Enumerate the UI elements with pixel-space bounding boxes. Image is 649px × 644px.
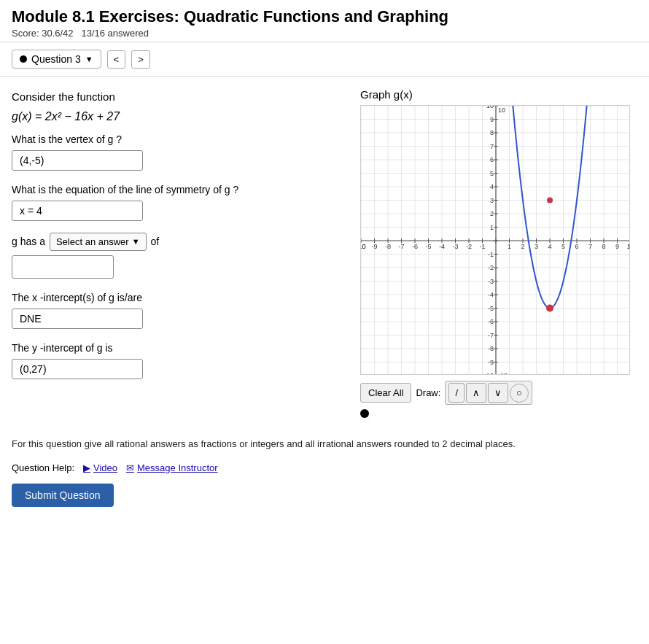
page-header: Module 8.1 Exercises: Quadratic Function…: [0, 0, 649, 42]
prev-button[interactable]: <: [107, 50, 126, 69]
y-intercept-block: The y -intercept of g is (0,27): [12, 341, 346, 379]
question-label: Question 3: [31, 53, 81, 65]
draw-label: Draw:: [416, 387, 440, 398]
message-icon: ✉: [126, 462, 134, 473]
x-intercept-block: The x -intercept(s) of g is/are DNE: [12, 290, 346, 329]
has-a-block: g has a Select an answer ▼ of: [12, 233, 346, 279]
video-link[interactable]: ▶ Video: [83, 462, 117, 473]
function-display: g(x) = 2x² − 16x + 27: [12, 107, 346, 126]
y-intercept-label: The y -intercept of g is: [12, 341, 346, 356]
has-a-row: g has a Select an answer ▼ of: [12, 233, 346, 251]
draw-line-tool[interactable]: /: [448, 383, 465, 403]
consider-text: Consider the function: [12, 88, 346, 106]
footer-note: For this question give all rational answ…: [0, 430, 649, 459]
draw-check-tool[interactable]: ∨: [488, 383, 508, 403]
symmetry-question-label: What is the equation of the line of symm…: [12, 182, 346, 198]
vertex-question-label: What is the vertex of g ?: [12, 132, 346, 147]
question-pill[interactable]: Question 3 ▼: [12, 50, 101, 69]
y-intercept-answer-box[interactable]: (0,27): [12, 359, 143, 379]
has-a-value-box[interactable]: [12, 255, 114, 279]
vertex-block: What is the vertex of g ? (4,-5): [12, 132, 346, 171]
help-label: Question Help:: [12, 462, 74, 473]
page-title: Module 8.1 Exercises: Quadratic Function…: [12, 7, 637, 26]
bullet-dot: [360, 409, 369, 418]
has-a-suffix: of: [151, 236, 160, 247]
draw-tools-group: / ∧ ∨ ○: [445, 381, 532, 405]
symmetry-answer-box[interactable]: x = 4: [12, 201, 143, 221]
x-intercept-label: The x -intercept(s) of g is/are: [12, 290, 346, 306]
function-intro: Consider the function g(x) = 2x² − 16x +…: [12, 88, 346, 126]
select-answer-dropdown[interactable]: Select an answer ▼: [50, 233, 147, 251]
answered-value: 13/16 answered: [81, 28, 149, 39]
right-panel: Graph g(x) Clear All Draw: / ∧ ∨ ○: [360, 88, 637, 418]
next-button[interactable]: >: [131, 50, 150, 69]
question-nav: Question 3 ▼ < >: [0, 42, 649, 77]
question-dropdown-icon[interactable]: ▼: [85, 55, 93, 63]
vertex-answer-box[interactable]: (4,-5): [12, 150, 143, 171]
graph-container[interactable]: [360, 105, 630, 375]
question-help: Question Help: ▶ Video ✉ Message Instruc…: [0, 459, 649, 479]
symmetry-block: What is the equation of the line of symm…: [12, 182, 346, 221]
x-intercept-answer-box[interactable]: DNE: [12, 309, 143, 329]
score-value: Score: 30.6/42: [12, 28, 74, 39]
submit-button[interactable]: Submit Question: [12, 484, 114, 507]
draw-arch-tool[interactable]: ∧: [466, 383, 486, 403]
graph-controls: Clear All Draw: / ∧ ∨ ○: [360, 381, 637, 405]
left-panel: Consider the function g(x) = 2x² − 16x +…: [12, 88, 346, 418]
draw-circle-tool[interactable]: ○: [510, 384, 529, 403]
video-icon: ▶: [83, 462, 90, 473]
question-dot: [20, 55, 27, 63]
chevron-down-icon: ▼: [132, 237, 140, 246]
has-a-prefix: g has a: [12, 236, 45, 247]
main-content: Consider the function g(x) = 2x² − 16x +…: [0, 77, 649, 430]
message-instructor-link[interactable]: ✉ Message Instructor: [126, 462, 218, 473]
clear-all-button[interactable]: Clear All: [360, 383, 411, 403]
graph-label: Graph g(x): [360, 88, 637, 101]
bullet-row: [360, 409, 637, 418]
score-line: Score: 30.6/42 13/16 answered: [12, 28, 637, 39]
